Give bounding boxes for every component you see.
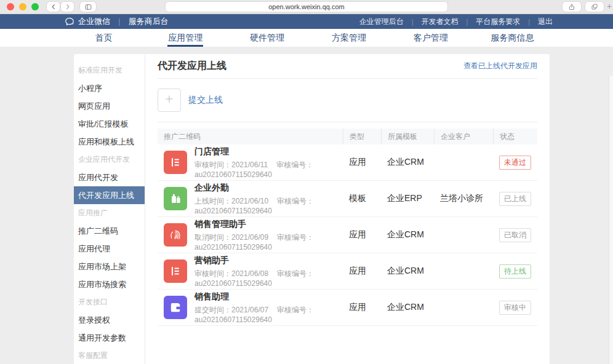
submit-section: 提交上线 — [158, 79, 537, 122]
app-info-text: 营销助手审核时间：2021/06/08审核编号：au20210607115029… — [194, 255, 343, 288]
topnav-link[interactable]: 平台服务要求 — [476, 17, 520, 27]
topnav-link[interactable]: 企业管理后台 — [359, 17, 404, 27]
divider: ｜ — [463, 17, 470, 26]
apps-table: 推广二维码类型所属模板企业客户状态 门店管理审核时间：2021/06/11审核编… — [158, 129, 537, 326]
sidebar-group-dev-api: 开发接口 — [74, 293, 145, 311]
template-cell: 企业CRM — [381, 302, 434, 313]
app-meta: 审核时间：2021/06/08审核编号：au20210607115029640 — [194, 269, 343, 288]
close-window-button[interactable] — [7, 3, 14, 10]
template-cell: 企业ERP — [381, 193, 434, 204]
submit-release-button[interactable] — [158, 89, 181, 112]
tab-label: 应用管理 — [168, 33, 202, 44]
sidebar-group-standard-app-dev: 标准应用开发 — [74, 61, 145, 79]
app-name: 营销助手 — [194, 255, 343, 266]
app-name: 销售助理 — [194, 291, 343, 303]
tab-hardware-management[interactable]: 硬件管理 — [226, 29, 308, 47]
status-cell: 未通过 — [493, 156, 537, 170]
app-info-cell: 销售管理助手取消时间：2021/06/09审核编号：au202106071150… — [158, 219, 343, 251]
sidebar: 标准应用开发小程序网页应用审批/汇报模板应用和模板上线企业应用代开发应用代开发代… — [74, 54, 145, 364]
table-row[interactable]: 企业外勤上线时间：2021/06/10审核编号：au20210607115029… — [158, 181, 537, 217]
zoom-window-button[interactable] — [31, 3, 39, 10]
app-info-cell: 销售助理提交时间：2021/06/07审核编号：au20210607115029… — [158, 291, 343, 324]
submit-release-label[interactable]: 提交上线 — [188, 95, 223, 106]
app-meta-time: 审核时间：2021/06/11 — [194, 160, 268, 169]
app-info-text: 销售管理助手取消时间：2021/06/09审核编号：au202106071150… — [194, 219, 343, 251]
type-cell: 应用 — [343, 229, 381, 240]
view-released-apps-link[interactable]: 查看已上线代开发应用 — [463, 61, 537, 71]
table-row[interactable]: 销售管理助手取消时间：2021/06/09审核编号：au202106071150… — [158, 217, 537, 253]
sidebar-item-mini-program[interactable]: 小程序 — [74, 79, 145, 97]
page-title: 代开发应用上线 — [158, 60, 226, 73]
tab-label: 服务商信息 — [491, 33, 534, 44]
share-icon — [568, 3, 575, 11]
type-cell: 应用 — [343, 266, 381, 277]
app-meta-time: 上线时间：2021/06/10 — [194, 197, 268, 205]
status-badge: 已上线 — [499, 192, 531, 206]
app-meta: 取消时间：2021/06/09审核编号：au20210607115029640 — [194, 232, 343, 251]
sidebar-item-app-market-search[interactable]: 应用市场搜索 — [74, 275, 145, 293]
sidebar-item-approval-report-template[interactable]: 审批/汇报模板 — [74, 115, 145, 133]
divider: ｜ — [526, 17, 532, 26]
template-cell: 企业CRM — [381, 229, 434, 240]
tab-overview-icon — [591, 3, 598, 10]
scrollbar[interactable] — [609, 76, 613, 364]
app-info-text: 企业外勤上线时间：2021/06/10审核编号：au20210607115029… — [194, 183, 343, 215]
table-row[interactable]: 销售助理提交时间：2021/06/07审核编号：au20210607115029… — [158, 290, 537, 326]
sidebar-item-promo-qrcode[interactable]: 推广二维码 — [74, 222, 145, 240]
column-header: 类型 — [343, 129, 381, 144]
forward-icon — [64, 3, 71, 10]
app-meta-time: 提交时间：2021/06/07 — [194, 306, 268, 314]
divider: ｜ — [409, 17, 416, 26]
table-row[interactable]: 营销助手审核时间：2021/06/08审核编号：au20210607115029… — [158, 253, 537, 290]
table-row[interactable]: 门店管理审核时间：2021/06/11审核编号：au20210607115029… — [158, 144, 537, 181]
main-panel: 标准应用开发小程序网页应用审批/汇报模板应用和模板上线企业应用代开发应用代开发代… — [74, 54, 550, 364]
app-info-text: 门店管理审核时间：2021/06/11审核编号：au20210607115029… — [194, 146, 343, 179]
new-tab-button[interactable]: + — [606, 1, 612, 11]
sidebar-item-proxy-dev-app-release[interactable]: 代开发应用上线 — [74, 186, 145, 204]
address-bar[interactable]: open.work.weixin.qq.com — [166, 2, 447, 12]
bags-icon — [164, 187, 187, 210]
tab-home[interactable]: 首页 — [63, 29, 145, 47]
app-meta: 上线时间：2021/06/10审核编号：au20210607115029640 — [194, 196, 343, 215]
topnav-link[interactable]: 退出 — [538, 17, 553, 27]
sidebar-item-app-template-release[interactable]: 应用和模板上线 — [74, 133, 145, 151]
sidebar-item-app-proxy-dev[interactable]: 应用代开发 — [74, 168, 145, 186]
column-header: 企业客户 — [434, 129, 493, 144]
plus-icon — [164, 93, 175, 107]
forward-button[interactable] — [61, 2, 74, 12]
sidebar-toggle-button[interactable] — [80, 2, 96, 12]
tab-label: 客户管理 — [414, 33, 448, 44]
list-icon — [164, 151, 187, 174]
tab-provider-info[interactable]: 服务商信息 — [471, 29, 553, 47]
app-info-cell: 企业外勤上线时间：2021/06/10审核编号：au20210607115029… — [158, 183, 343, 215]
app-name: 门店管理 — [194, 146, 343, 157]
sidebar-item-web-app[interactable]: 网页应用 — [74, 97, 145, 115]
template-cell: 企业CRM — [381, 157, 434, 168]
tab-solution-management[interactable]: 方案管理 — [308, 29, 390, 47]
share-button[interactable] — [563, 2, 581, 12]
status-badge: 审核中 — [499, 301, 531, 315]
app-info-text: 销售助理提交时间：2021/06/07审核编号：au20210607115029… — [194, 291, 343, 324]
sidebar-item-app-market-listing[interactable]: 应用市场上架 — [74, 258, 145, 275]
sidebar-item-common-dev-params[interactable]: 通用开发参数 — [74, 329, 145, 347]
type-cell: 模板 — [343, 193, 381, 204]
minimize-window-button[interactable] — [19, 3, 26, 10]
topnav-link[interactable]: 开发者文档 — [421, 17, 458, 27]
brand[interactable]: 企业微信 ｜ 服务商后台 — [65, 16, 169, 27]
tab-overview-button[interactable] — [585, 2, 604, 12]
sidebar-group-customer-service-config: 客服配置 — [74, 347, 145, 364]
table-body: 门店管理审核时间：2021/06/11审核编号：au20210607115029… — [158, 144, 537, 326]
type-cell: 应用 — [343, 157, 381, 168]
tab-app-management[interactable]: 应用管理 — [145, 29, 226, 47]
back-button[interactable] — [47, 2, 60, 12]
content-header: 代开发应用上线 查看已上线代开发应用 — [158, 54, 537, 79]
list-icon — [164, 259, 187, 283]
column-header: 推广二维码 — [158, 129, 343, 144]
status-cell: 待上线 — [493, 264, 537, 279]
sidebar-item-login-auth[interactable]: 登录授权 — [74, 311, 145, 329]
sidebar-toggle-icon — [84, 3, 92, 11]
sidebar-item-app-agent[interactable]: 应用代理 — [74, 240, 145, 258]
app-name: 企业外勤 — [194, 183, 343, 194]
status-badge: 已取消 — [499, 228, 531, 242]
tab-customer-management[interactable]: 客户管理 — [390, 29, 471, 47]
